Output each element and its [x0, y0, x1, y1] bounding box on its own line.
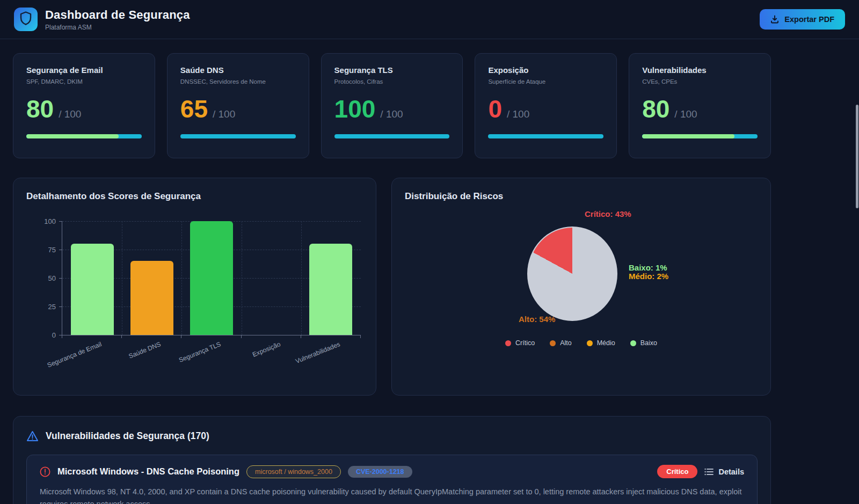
shield-icon [20, 11, 32, 27]
x-tick [301, 335, 301, 338]
pie-label-critico: Crítico: 43% [585, 209, 631, 218]
score-card-subtitle: Protocolos, Cifras [334, 78, 450, 85]
x-category-label: Segurança de Email [46, 340, 102, 369]
score-card-title: Vulnerabilidades [642, 65, 758, 75]
bar-Saúde DNS [130, 261, 173, 335]
score-card-subtitle: DNSSEC, Servidores de Nome [180, 78, 296, 85]
score-value: 80 [642, 97, 669, 121]
page-subtitle: Plataforma ASM [45, 24, 190, 31]
score-progress-track [26, 134, 142, 138]
legend-dot [587, 340, 593, 346]
score-card-title: Segurança TLS [334, 65, 450, 75]
score-card-4: ExposiçãoSuperfície de Ataque0/ 100 [475, 53, 617, 158]
y-tick-label: 75 [48, 246, 56, 254]
gridline-x [122, 221, 122, 335]
legend-dot [630, 340, 636, 346]
cve-badge: CVE-2000-1218 [348, 466, 412, 478]
legend-item-Alto[interactable]: Alto [550, 339, 572, 347]
score-max: / 100 [213, 108, 235, 120]
vulnerabilities-section: Vulnerabilidades de Segurança (170) Micr… [13, 416, 771, 504]
score-card-subtitle: Superfície de Ataque [488, 78, 603, 85]
pie-label-alto: Alto: 54% [519, 315, 555, 324]
bar-Segurança de Email [71, 244, 114, 335]
legend-dot [550, 340, 556, 346]
x-category-label: Segurança TLS [178, 340, 222, 364]
header-titles: Dashboard de Segurança Plataforma ASM [45, 8, 190, 31]
score-max: / 100 [674, 108, 697, 120]
vulnerabilities-section-title: Vulnerabilidades de Segurança (170) [46, 430, 209, 442]
vendor-badge: microsoft / windows_2000 [246, 465, 341, 478]
score-card-2: Saúde DNSDNSSEC, Servidores de Nome65/ 1… [167, 53, 309, 158]
bar-Segurança TLS [190, 221, 233, 335]
vulnerability-description: Microsoft Windows 98, NT 4.0, 2000, and … [40, 486, 744, 504]
legend-item-Médio[interactable]: Médio [587, 339, 615, 347]
score-progress-track [180, 134, 296, 138]
pie-chart-card: Distribuição de Riscos Crítico: 43% Baix… [391, 178, 771, 396]
pie-graphic [527, 227, 617, 321]
app-header: Dashboard de Segurança Plataforma ASM Ex… [0, 0, 859, 39]
score-max: / 100 [380, 108, 403, 120]
app-logo [14, 8, 38, 31]
severity-badge: Crítico [657, 465, 697, 478]
details-button[interactable]: Details [704, 468, 744, 476]
x-tick [62, 335, 62, 338]
score-card-title: Exposição [488, 65, 603, 75]
export-pdf-label: Exportar PDF [784, 15, 834, 24]
vulnerability-title: Microsoft Windows - DNS Cache Poisoning [57, 466, 239, 477]
x-category-label: Saúde DNS [128, 340, 162, 360]
x-tick [360, 335, 361, 338]
score-progress-track [488, 134, 603, 138]
bar-chart-plot: 0255075100Segurança de EmailSaúde DNSSeg… [62, 221, 361, 335]
score-cards-row: Segurança de EmailSPF, DMARC, DKIM80/ 10… [13, 53, 771, 158]
vertical-scrollbar[interactable] [856, 105, 858, 208]
legend-item-Crítico[interactable]: Crítico [505, 339, 535, 347]
y-tick [59, 306, 62, 307]
score-progress-fill [26, 134, 119, 138]
legend-dot [505, 340, 511, 346]
x-category-label: Vulnerabilidades [295, 340, 341, 365]
details-label: Details [718, 468, 744, 476]
score-max: / 100 [507, 108, 529, 120]
score-value: 0 [488, 97, 502, 121]
list-icon [704, 468, 714, 476]
x-tick [121, 335, 122, 338]
y-tick-label: 100 [44, 217, 56, 225]
vulnerability-card: Microsoft Windows - DNS Cache Poisoning … [26, 455, 758, 504]
pie-label-baixo: Baixo: 1% [629, 263, 667, 272]
pie-chart-title: Distribuição de Riscos [405, 191, 758, 202]
export-pdf-button[interactable]: Exportar PDF [760, 9, 845, 30]
y-tick-label: 50 [48, 274, 56, 282]
bar-chart-title: Detalhamento dos Scores de Segurança [26, 191, 363, 202]
score-progress-fill [642, 134, 734, 138]
gridline-x [181, 221, 182, 335]
y-tick [59, 278, 62, 279]
y-tick-label: 25 [48, 303, 56, 311]
x-tick [181, 335, 181, 338]
y-tick-label: 0 [52, 331, 56, 339]
page-title: Dashboard de Segurança [45, 8, 190, 22]
legend-label: Crítico [515, 339, 535, 347]
y-tick [59, 221, 62, 222]
pie-legend: CríticoAltoMédioBaixo [405, 339, 758, 347]
score-card-3: Segurança TLSProtocolos, Cifras100/ 100 [321, 53, 463, 158]
legend-item-Baixo[interactable]: Baixo [630, 339, 657, 347]
legend-label: Médio [597, 339, 615, 347]
gridline-x [242, 221, 242, 335]
score-card-1: Segurança de EmailSPF, DMARC, DKIM80/ 10… [13, 53, 155, 158]
x-category-label: Exposição [251, 340, 282, 359]
pie-label-medio: Médio: 2% [629, 272, 668, 281]
legend-label: Alto [560, 339, 572, 347]
score-card-title: Segurança de Email [26, 65, 142, 75]
score-value: 100 [334, 97, 376, 121]
legend-label: Baixo [640, 339, 657, 347]
warning-triangle-icon [26, 430, 39, 442]
download-icon [770, 15, 779, 24]
score-progress-track [642, 134, 758, 138]
score-value: 80 [26, 97, 54, 121]
y-tick [59, 250, 62, 250]
bar-chart: 0255075100Segurança de EmailSaúde DNSSeg… [62, 221, 361, 335]
score-card-subtitle: CVEs, CPEs [642, 78, 758, 85]
bar-Vulnerabilidades [309, 244, 352, 335]
x-tick [241, 335, 242, 338]
score-progress-track [334, 134, 450, 138]
